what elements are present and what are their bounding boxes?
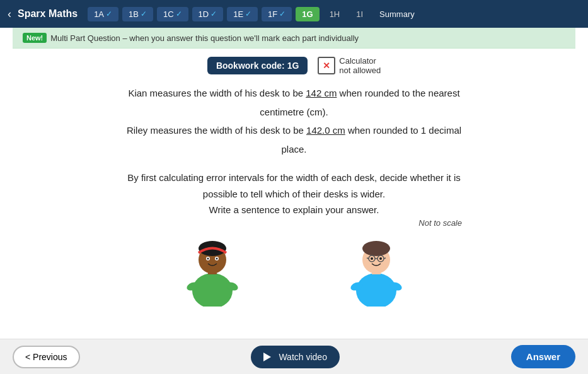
watch-video-button[interactable]: Watch video (251, 346, 340, 368)
tab-summary[interactable]: Summary (373, 7, 421, 21)
calculator-info: Calculator not allowed (318, 56, 381, 75)
check-icon-1B: ✓ (141, 9, 147, 18)
svg-point-17 (379, 257, 382, 260)
check-icon-1F: ✓ (279, 9, 285, 18)
watch-video-label: Watch video (279, 352, 327, 362)
app-title: Sparx Maths (18, 8, 78, 20)
answer-button[interactable]: Answer (511, 345, 575, 368)
bookwork-row: Bookwork code: 1G Calculator not allowed (13, 49, 575, 80)
header: ‹ Sparx Maths 1A ✓ 1B ✓ 1C ✓ 1D ✓ 1E ✓ 1… (0, 0, 588, 28)
check-icon-1E: ✓ (245, 9, 251, 18)
riley-value: 142.0 cm (306, 125, 345, 136)
svg-point-13 (362, 241, 390, 256)
tab-1E[interactable]: 1E ✓ (227, 7, 258, 21)
svg-point-10 (356, 273, 396, 307)
tab-1C[interactable]: 1C ✓ (157, 7, 188, 21)
instruction-line3: Write a sentence to explain your answer. (25, 202, 563, 218)
check-icon-1D: ✓ (210, 9, 217, 18)
calculator-text: Calculator (339, 56, 381, 66)
question-line4: place. (25, 141, 563, 158)
svg-point-7 (216, 257, 217, 259)
svg-line-20 (384, 258, 386, 259)
svg-point-6 (207, 257, 209, 259)
instruction-area: By first calculating error intervals for… (13, 160, 575, 218)
instruction-line1: By first calculating error intervals for… (25, 170, 563, 186)
tab-1B[interactable]: 1B ✓ (122, 7, 153, 21)
not-to-scale-label: Not to scale (418, 218, 462, 228)
tab-1D[interactable]: 1D ✓ (192, 7, 224, 21)
riley-character (345, 225, 408, 307)
instruction-line2: possible to tell which of their desks is… (25, 186, 563, 202)
play-icon (263, 353, 271, 361)
prev-label: < Previous (25, 352, 67, 362)
characters-area: Not to scale (13, 218, 575, 307)
svg-point-16 (371, 257, 373, 260)
previous-button[interactable]: < Previous (13, 346, 80, 368)
check-icon-1A: ✓ (106, 9, 112, 18)
svg-line-19 (367, 258, 369, 259)
calculator-subtext: not allowed (339, 66, 381, 75)
calculator-label: Calculator not allowed (339, 56, 381, 75)
new-badge-row: New! Multi Part Question – when you answ… (13, 28, 575, 49)
tab-1A[interactable]: 1A ✓ (88, 7, 118, 21)
question-line2: centimetre (cm). (25, 104, 563, 120)
tab-1H[interactable]: 1H (323, 7, 347, 21)
kian-value: 142 cm (306, 88, 337, 98)
answer-label: Answer (526, 351, 560, 362)
tab-1I[interactable]: 1I (350, 7, 369, 21)
new-badge: New! (23, 33, 47, 43)
bookwork-code: Bookwork code: 1G (207, 57, 308, 74)
multi-part-description: Multi Part Question – when you answer th… (50, 33, 359, 43)
tab-1G[interactable]: 1G (296, 7, 319, 21)
check-icon-1C: ✓ (176, 9, 182, 18)
kian-character (181, 225, 244, 307)
question-line1: Kian measures the width of his desk to b… (25, 85, 563, 102)
tab-1F[interactable]: 1F ✓ (262, 7, 292, 21)
svg-point-0 (192, 273, 233, 307)
main-content: New! Multi Part Question – when you answ… (0, 28, 588, 346)
calculator-icon (318, 57, 335, 74)
question-line3: Riley measures the width of his desk to … (25, 122, 563, 139)
back-arrow-icon[interactable]: ‹ (8, 8, 11, 21)
bottom-bar: < Previous Watch video Answer (0, 339, 588, 374)
question-area: Kian measures the width of his desk to b… (13, 80, 575, 157)
